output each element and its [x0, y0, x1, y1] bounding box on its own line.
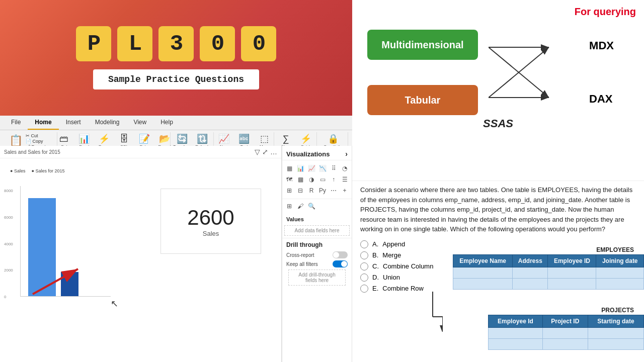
add-drill-through-fields[interactable]: Add drill-through fields here — [288, 269, 346, 286]
emp-col-date: Joining date — [596, 255, 644, 267]
viz-panel-header: Visualizations › — [282, 146, 352, 160]
tables-area: EMPLOYEES Employee Name Address Employee… — [352, 246, 644, 362]
cursor-pointer: ↖ — [111, 298, 118, 309]
emp-row-1 — [453, 267, 644, 279]
tab-home[interactable]: Home — [28, 116, 58, 130]
red-arrow — [28, 259, 88, 299]
for-querying-header: For querying — [352, 0, 644, 20]
drill-through-title: Drill through — [286, 241, 348, 248]
tab-view[interactable]: View — [126, 116, 153, 130]
viz-line[interactable]: 📈 — [306, 163, 316, 173]
projects-label: PROJECTS — [601, 307, 634, 314]
tab-file[interactable]: File — [4, 116, 28, 130]
chart-legend: ● Sales ● Sales for 2015 — [10, 168, 271, 173]
legend-sales-2015: Sales for 2015 — [35, 168, 64, 173]
expand-icon[interactable]: ⤢ — [262, 148, 268, 156]
viz-matrix[interactable]: ⊟ — [295, 186, 305, 196]
tables-connector-arrow — [423, 292, 443, 332]
visualizations-panel: Visualizations › ▦ 📊 📈 📉 ⠿ ◔ 🗺 ▩ ◑ ▭ ↑ ☰… — [282, 146, 352, 362]
values-label: Values — [282, 214, 352, 223]
tab-modeling[interactable]: Modeling — [88, 116, 127, 130]
mdx-label: MDX — [589, 39, 614, 52]
diagram-boxes: Multidimensional Tabular — [367, 30, 478, 115]
viz-pie[interactable]: ◔ — [340, 163, 350, 173]
viz-treemap[interactable]: ▩ — [295, 174, 305, 185]
chart-toolbar: Sales and Sales for 2015 ▽ ⤢ … — [0, 146, 281, 158]
viz-area[interactable]: 📉 — [317, 163, 328, 173]
y-axis: 8000 6000 4000 2000 0 — [4, 189, 13, 299]
projects-table-container: Employee Id Project ID Starting date — [488, 315, 644, 350]
tabular-box: Tabular — [367, 85, 478, 115]
projects-table: Employee Id Project ID Starting date — [488, 315, 644, 350]
emp-col-address: Address — [513, 255, 548, 267]
proj-col-empid: Employee Id — [489, 315, 543, 328]
viz-card[interactable]: ▭ — [317, 174, 328, 185]
card-value: 2600 — [187, 206, 234, 230]
cross-report-toggle[interactable] — [333, 251, 348, 258]
employees-table-container: Employee Name Address Employee ID Joinin… — [453, 254, 644, 290]
viz-collapse-icon[interactable]: › — [345, 150, 348, 158]
copy-button[interactable]: 📄 Copy — [26, 139, 54, 144]
viz-stacked-bar[interactable]: ▦ — [284, 163, 294, 173]
letter-L: L — [117, 26, 152, 61]
tab-help[interactable]: Help — [153, 116, 180, 130]
card-label: Sales — [203, 230, 219, 237]
proj-col-date: Starting date — [588, 315, 643, 328]
employees-table: Employee Name Address Employee ID Joinin… — [453, 254, 644, 290]
viz-panel-title: Visualizations — [286, 150, 330, 158]
keep-filters-label: Keep all filters — [286, 261, 318, 267]
proj-row-2 — [489, 339, 644, 350]
viz-icons-row2: ⊞ 🖌 🔍 — [282, 199, 352, 214]
viz-icons-grid: ▦ 📊 📈 📉 ⠿ ◔ 🗺 ▩ ◑ ▭ ↑ ☰ ⊞ ⊟ R Py ⋯ + — [282, 160, 352, 199]
cross-report-label: Cross-report — [286, 252, 314, 258]
viz-analytics[interactable]: 🔍 — [306, 201, 316, 211]
viz-py[interactable]: Py — [317, 186, 328, 196]
chart-area: Sales and Sales for 2015 ▽ ⤢ … ● Sales ●… — [0, 146, 282, 362]
viz-slicer[interactable]: ☰ — [340, 174, 350, 185]
title-panel: P L 3 0 0 Sample Practice Questions — [0, 0, 352, 116]
ssas-title: SSAS — [362, 117, 634, 130]
viz-map[interactable]: 🗺 — [284, 174, 294, 185]
viz-table[interactable]: ⊞ — [284, 186, 294, 196]
cross-report-row: Cross-report — [286, 251, 348, 258]
drill-through-section: Drill through Cross-report Keep all filt… — [282, 238, 352, 291]
keep-filters-toggle[interactable] — [333, 260, 348, 267]
ssas-diagram: Multidimensional Tabular — [352, 20, 644, 180]
tab-insert[interactable]: Insert — [59, 116, 88, 130]
cut-button[interactable]: ✂ Cut — [26, 133, 54, 138]
svg-line-1 — [33, 269, 78, 294]
add-data-fields[interactable]: Add data fields here — [284, 225, 350, 236]
viz-r[interactable]: R — [306, 186, 316, 196]
subtitle: Sample Practice Questions — [93, 69, 259, 89]
more-options-icon[interactable]: … — [270, 148, 277, 156]
emp-col-id: Employee ID — [548, 255, 596, 267]
viz-scatter[interactable]: ⠿ — [329, 163, 339, 173]
ribbon-tabs: File Home Insert Modeling View Help — [0, 116, 352, 130]
proj-col-projid: Project ID — [542, 315, 588, 328]
chart-canvas: ● Sales ● Sales for 2015 8000 6000 4000 … — [0, 158, 281, 349]
viz-more[interactable]: ⋯ — [329, 186, 339, 196]
viz-cluster-bar[interactable]: 📊 — [295, 163, 305, 173]
filter-icon[interactable]: ▽ — [255, 148, 260, 156]
emp-row-2 — [453, 279, 644, 290]
proj-row-1 — [489, 328, 644, 339]
letter-0-2: 0 — [241, 26, 276, 61]
letters-row: P L 3 0 0 — [76, 26, 276, 61]
keep-filters-row: Keep all filters — [286, 260, 348, 267]
letter-0-1: 0 — [200, 26, 235, 61]
dax-label: DAX — [589, 93, 614, 106]
viz-fields[interactable]: ⊞ — [284, 201, 294, 211]
viz-gauge[interactable]: ◑ — [306, 174, 316, 185]
viz-kpi[interactable]: ↑ — [329, 174, 339, 185]
viz-custom[interactable]: + — [340, 186, 350, 196]
arrow-labels: MDX DAX — [589, 39, 614, 106]
legend-sales: Sales — [14, 168, 26, 173]
letter-P: P — [76, 26, 111, 61]
chart-title: Sales and Sales for 2015 — [4, 149, 60, 155]
employees-label: EMPLOYEES — [596, 246, 634, 253]
diagram-arrows-svg — [489, 32, 579, 113]
sales-card: 2600 Sales — [160, 189, 261, 254]
emp-col-name: Employee Name — [453, 255, 513, 267]
letter-3: 3 — [158, 26, 194, 61]
viz-format[interactable]: 🖌 — [295, 201, 305, 211]
